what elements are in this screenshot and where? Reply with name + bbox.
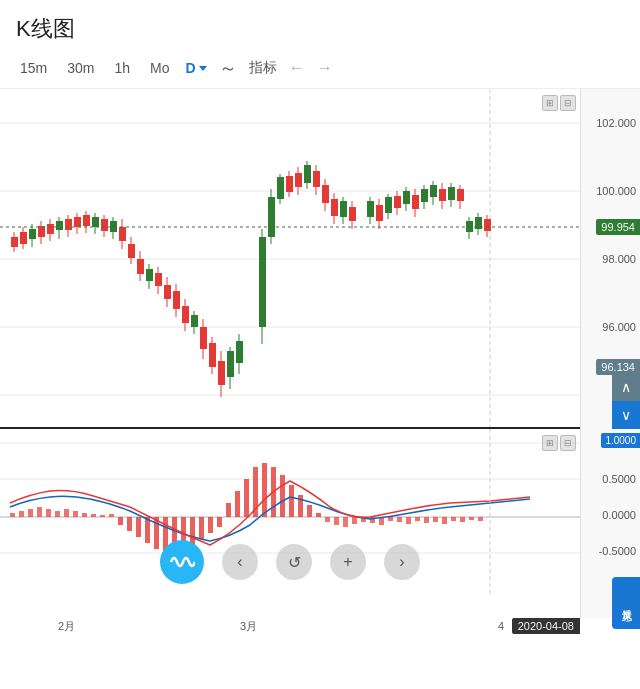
svg-rect-55 [227,351,234,377]
svg-rect-79 [349,207,356,221]
main-price-axis: 102.000 100.000 98.000 96.000 99.954 96.… [580,89,640,429]
sub-chart[interactable]: ⊞ ⊟ ‹ ↺ + › [0,429,580,614]
feedback-label: 反馈意见 [619,601,633,605]
sub-scale-expand[interactable]: ⊞ [542,435,558,451]
svg-rect-33 [128,244,135,258]
svg-rect-47 [191,315,198,327]
svg-rect-162 [442,517,447,524]
prev-ctrl-button[interactable]: ‹ [222,544,258,580]
plus-ctrl-button[interactable]: + [330,544,366,580]
svg-rect-15 [47,224,54,234]
svg-rect-63 [277,177,284,199]
tf-mo[interactable]: Mo [146,58,173,78]
svg-rect-85 [385,197,392,213]
axis-col: 102.000 100.000 98.000 96.000 99.954 96.… [580,89,640,638]
svg-rect-9 [20,232,27,244]
price-label-96: 96.000 [602,321,636,333]
svg-rect-107 [484,219,491,231]
svg-rect-71 [313,171,320,187]
svg-rect-117 [37,507,42,517]
svg-rect-136 [208,517,213,533]
tf-30m[interactable]: 30m [63,58,98,78]
price-label-102: 102.000 [596,117,636,129]
candlestick-svg [0,89,580,429]
scale-expand-icon[interactable]: ⊞ [542,95,558,111]
svg-rect-125 [109,514,114,517]
tf-1h[interactable]: 1h [110,58,134,78]
sub-price-00: 0.0000 [602,509,636,521]
svg-rect-158 [406,517,411,524]
svg-rect-163 [451,517,456,521]
wave-button[interactable] [160,540,204,584]
svg-rect-61 [268,197,275,237]
tf-d-dropdown[interactable]: D [186,60,207,76]
sub-price-axis: 1.0000 0.5000 0.0000 -0.5000 [580,429,640,594]
svg-rect-116 [28,509,33,517]
svg-rect-49 [200,327,207,349]
svg-rect-149 [325,517,330,522]
sub-scale-buttons: ⊞ ⊟ [542,435,576,451]
svg-rect-139 [235,491,240,517]
svg-rect-21 [74,217,81,227]
svg-rect-93 [421,189,428,202]
wave-ctrl-icon [169,552,195,572]
svg-rect-43 [173,291,180,309]
feedback-button[interactable]: 反馈意见 [612,577,640,629]
svg-rect-135 [199,517,204,539]
price-axis-buttons: ∧ ∨ [612,373,640,429]
next-ctrl-button[interactable]: › [384,544,420,580]
scroll-down-button[interactable]: ∨ [612,401,640,429]
current-price-badge: 99.954 [596,219,640,235]
svg-rect-159 [415,517,420,521]
svg-rect-151 [343,517,348,527]
sub-price-active-badge: 1.0000 [601,433,640,448]
svg-rect-35 [137,259,144,274]
sub-price-neg05: -0.5000 [599,545,636,557]
date-bar: 2月 3月 4 2020-04-08 [0,614,580,638]
main-chart[interactable]: ⊞ ⊟ [0,89,580,429]
svg-rect-89 [403,191,410,204]
svg-rect-118 [46,509,51,517]
date-label-mar: 3月 [240,619,257,634]
svg-rect-119 [55,511,60,517]
svg-rect-67 [295,173,302,187]
svg-rect-39 [155,273,162,286]
svg-rect-123 [91,514,96,517]
svg-rect-114 [10,513,15,517]
charts-col: ⊞ ⊟ [0,89,580,638]
sub-scale-compress[interactable]: ⊟ [560,435,576,451]
svg-rect-127 [127,517,132,531]
date-badge: 2020-04-08 [512,618,580,634]
svg-rect-164 [460,517,465,522]
indicators-button[interactable]: 指标 [249,59,277,77]
svg-rect-166 [478,517,483,521]
tf-15m[interactable]: 15m [16,58,51,78]
back-arrow-icon[interactable]: ← [289,59,305,77]
svg-rect-57 [236,341,243,363]
svg-rect-27 [101,219,108,231]
price-label-98: 98.000 [602,253,636,265]
sub-price-05: 0.5000 [602,473,636,485]
svg-rect-81 [367,201,374,217]
scale-compress-icon[interactable]: ⊟ [560,95,576,111]
svg-rect-160 [424,517,429,523]
forward-arrow-icon[interactable]: → [317,59,333,77]
chart-controls: ‹ ↺ + › [0,540,580,584]
date-label-apr: 4 [498,620,504,632]
svg-rect-77 [340,201,347,217]
svg-rect-165 [469,517,474,520]
svg-rect-140 [244,479,249,517]
svg-rect-7 [11,237,18,247]
svg-rect-126 [118,517,123,525]
svg-rect-45 [182,306,189,323]
svg-rect-95 [430,185,437,197]
reset-ctrl-button[interactable]: ↺ [276,544,312,580]
wave-icon[interactable]: ～ [219,56,237,80]
current-price-value: 99.954 [601,221,635,233]
svg-rect-69 [304,165,311,183]
scroll-up-button[interactable]: ∧ [612,373,640,401]
gray-price-value: 96.134 [601,361,635,373]
sub-active-price: 1.0000 [605,435,636,446]
svg-rect-83 [376,205,383,221]
chart-container: ⊞ ⊟ [0,89,640,638]
